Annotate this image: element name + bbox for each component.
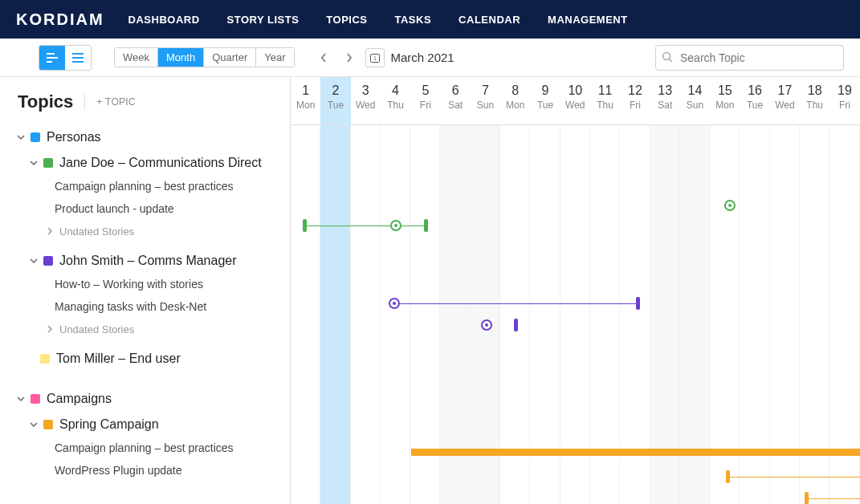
nav-management[interactable]: MANAGEMENT [548, 14, 628, 26]
group-campaigns[interactable]: Campaigns [0, 385, 290, 413]
timeline: 1Mon2Tue3Wed4Thu5Fri6Sat7Sun8Mon9Tue10We… [291, 77, 860, 504]
day-header[interactable]: 8Mon [500, 77, 530, 124]
today-button[interactable]: 1 [365, 48, 385, 67]
color-swatch [43, 420, 53, 429]
persona-john[interactable]: John Smith – Comms Manager [0, 249, 290, 273]
gantt-icon [45, 51, 59, 65]
color-swatch [43, 158, 53, 168]
range-week[interactable]: Week [115, 48, 158, 67]
svg-rect-1 [47, 57, 58, 59]
timeline-bar[interactable] [809, 498, 860, 499]
nav-tasks[interactable]: TASKS [395, 14, 432, 26]
day-header[interactable]: 6Sat [440, 77, 470, 124]
day-name: Wed [351, 100, 381, 111]
chevron-down-icon [29, 158, 40, 168]
day-name: Sat [650, 100, 680, 111]
day-number: 5 [410, 83, 440, 98]
day-header[interactable]: 4Thu [381, 77, 410, 124]
persona-tom[interactable]: Tom Miller – End user [0, 347, 290, 371]
day-number: 14 [680, 83, 710, 98]
day-name: Fri [410, 100, 440, 111]
bar-cap[interactable] [514, 319, 518, 331]
undated-stories[interactable]: Undated Stories [0, 318, 290, 340]
story-item[interactable]: WordPress Plugin update [0, 459, 290, 482]
range-toggle: Week Month Quarter Year [114, 47, 295, 67]
bar-end-cap[interactable] [424, 219, 428, 232]
milestone-icon[interactable] [481, 319, 492, 331]
next-period-button[interactable] [340, 48, 359, 67]
svg-point-8 [663, 52, 670, 59]
day-header[interactable]: 11Thu [590, 77, 620, 124]
timeline-body[interactable] [291, 125, 860, 504]
day-header[interactable]: 17Wed [770, 77, 800, 124]
story-item[interactable]: Campaign planning – best practices [0, 437, 290, 459]
nav-topics[interactable]: TOPICS [326, 14, 367, 26]
campaign-spring[interactable]: Spring Campaign [0, 413, 290, 437]
search-input[interactable] [655, 45, 844, 71]
nav-story-lists[interactable]: STORY LISTS [227, 14, 300, 26]
day-number: 12 [620, 83, 650, 98]
day-name: Mon [500, 100, 530, 111]
bar-end-cap[interactable] [636, 297, 640, 310]
color-swatch [40, 354, 50, 364]
toolbar: Week Month Quarter Year 1 March 2021 [0, 39, 860, 77]
day-number: 15 [710, 83, 740, 98]
undated-stories[interactable]: Undated Stories [0, 220, 290, 242]
story-item[interactable]: How-to – Working with stories [0, 273, 290, 295]
timeline-bar[interactable] [307, 226, 427, 226]
view-gantt-button[interactable] [39, 46, 65, 70]
milestone-icon[interactable] [389, 298, 400, 309]
day-header[interactable]: 18Thu [800, 77, 829, 124]
add-topic-button[interactable]: + TOPIC [96, 96, 136, 108]
svg-rect-3 [72, 53, 84, 55]
timeline-bar[interactable] [400, 303, 638, 304]
nav-dashboard[interactable]: DASHBOARD [128, 14, 200, 26]
topic-tree: Personas Jane Doe – Communications Direc… [0, 124, 290, 498]
day-name: Thu [590, 100, 620, 111]
prev-period-button[interactable] [314, 48, 333, 67]
milestone-icon[interactable] [390, 220, 401, 231]
day-header[interactable]: 2Tue [320, 77, 350, 124]
main: Topics + TOPIC Personas Jane Doe – Commu… [0, 77, 860, 504]
range-year[interactable]: Year [256, 48, 293, 67]
chevron-left-icon [320, 52, 328, 63]
day-name: Sat [440, 100, 470, 111]
day-header[interactable]: 1Mon [291, 77, 320, 124]
list-icon [71, 51, 85, 65]
view-list-button[interactable] [65, 46, 91, 70]
day-header[interactable]: 3Wed [351, 77, 381, 124]
search-icon [662, 51, 673, 65]
chevron-down-icon [29, 256, 40, 266]
color-swatch [43, 256, 53, 266]
range-month[interactable]: Month [158, 48, 204, 67]
svg-line-9 [670, 59, 673, 62]
day-name: Thu [381, 100, 410, 111]
day-header[interactable]: 5Fri [410, 77, 440, 124]
day-header[interactable]: 14Sun [680, 77, 710, 124]
day-number: 9 [530, 83, 560, 98]
day-header[interactable]: 10Wed [560, 77, 590, 124]
day-header[interactable]: 12Fri [620, 77, 650, 124]
day-header[interactable]: 16Tue [740, 77, 769, 124]
day-header[interactable]: 7Sun [471, 77, 500, 124]
day-name: Wed [560, 100, 590, 111]
persona-jane[interactable]: Jane Doe – Communications Direct [0, 151, 290, 175]
day-header[interactable]: 9Tue [530, 77, 560, 124]
day-header[interactable]: 19Fri [829, 77, 859, 124]
svg-rect-0 [47, 53, 55, 55]
timeline-bar[interactable] [730, 477, 860, 478]
sidebar: Topics + TOPIC Personas Jane Doe – Commu… [0, 77, 291, 504]
story-item[interactable]: Campaign planning – best practices [0, 175, 290, 197]
milestone-icon[interactable] [724, 200, 736, 211]
story-item[interactable]: Managing tasks with Desk-Net [0, 295, 290, 318]
day-name: Sun [471, 100, 500, 111]
logo: KORDIAM [16, 10, 104, 29]
group-personas[interactable]: Personas [0, 124, 290, 151]
nav-calendar[interactable]: CALENDAR [459, 14, 520, 26]
timeline-bar[interactable] [411, 449, 860, 456]
story-item[interactable]: Product launch - update [0, 197, 290, 220]
day-name: Sun [680, 100, 710, 111]
day-header[interactable]: 15Mon [710, 77, 740, 124]
day-header[interactable]: 13Sat [650, 77, 680, 124]
range-quarter[interactable]: Quarter [204, 48, 256, 67]
